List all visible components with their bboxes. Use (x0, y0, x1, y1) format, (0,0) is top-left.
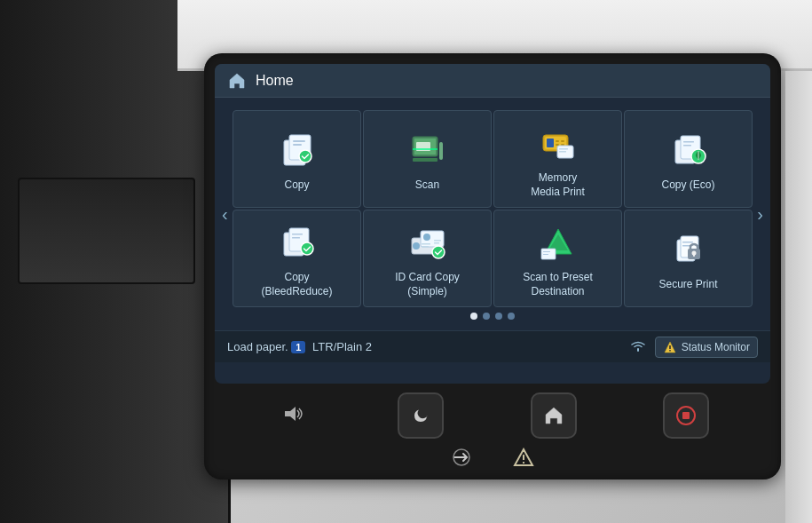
bleedreduce-icon (274, 219, 320, 265)
scan-preset-label: Scan to Preset Destination (523, 271, 593, 298)
svg-rect-34 (434, 240, 441, 242)
warning-button[interactable] (506, 444, 541, 475)
grid-cell-copy[interactable]: Copy (233, 110, 361, 208)
svg-rect-43 (543, 251, 550, 252)
memory-label: Memory Media Print (531, 171, 585, 199)
svg-point-36 (413, 242, 420, 250)
grid-cell-secure[interactable]: Secure Print (624, 210, 753, 307)
forward-button[interactable] (444, 445, 479, 474)
status-monitor-label: Status Monitor (682, 341, 750, 353)
screen-title: Home (256, 73, 294, 89)
status-text: Load paper. 1 LTR/Plain 2 (227, 340, 612, 353)
grid-cell-scan-preset[interactable]: Scan to Preset Destination (493, 210, 622, 307)
grid-cell-scan[interactable]: Scan (363, 110, 492, 208)
svg-rect-61 (523, 455, 524, 460)
tray-badge: 1 (291, 341, 305, 353)
svg-marker-55 (285, 407, 296, 421)
svg-rect-3 (293, 144, 302, 146)
idcard-icon (405, 219, 451, 265)
svg-rect-7 (413, 158, 438, 162)
svg-rect-47 (682, 242, 693, 243)
svg-rect-10 (439, 142, 443, 160)
printer-right-panel (785, 71, 812, 523)
home-button[interactable] (531, 392, 577, 439)
bleedreduce-label: Copy (BleedReduce) (261, 271, 332, 298)
nav-arrow-right[interactable]: › (753, 201, 767, 228)
svg-rect-20 (559, 151, 566, 153)
load-paper-text: Load paper. (227, 340, 288, 353)
grid-cell-memory[interactable]: Memory Media Print (493, 110, 622, 208)
wifi-icon (628, 338, 648, 355)
physical-buttons-row (215, 384, 770, 442)
svg-rect-51 (693, 253, 695, 257)
page-dot-4 (508, 313, 515, 320)
printer-left-panel (0, 0, 231, 523)
svg-rect-14 (556, 140, 559, 142)
screen-header: Home (215, 64, 770, 98)
svg-rect-53 (669, 345, 671, 349)
copy-eco-label: Copy (Eco) (661, 178, 714, 193)
svg-rect-23 (683, 141, 694, 143)
icon-grid: Copy (233, 110, 753, 307)
svg-rect-54 (669, 350, 671, 352)
svg-rect-13 (547, 139, 554, 147)
svg-rect-44 (543, 254, 548, 255)
grid-cell-bleedreduce[interactable]: Copy (BleedReduce) (233, 210, 361, 307)
svg-rect-37 (422, 243, 430, 245)
paper-tray (18, 178, 195, 284)
speaker-button[interactable] (276, 398, 311, 434)
touchscreen[interactable]: Home ‹ › (215, 64, 770, 384)
page-dot-1 (470, 313, 477, 320)
sleep-button[interactable] (398, 392, 444, 439)
grid-cell-idcard[interactable]: ID Card Copy (Simple) (363, 210, 492, 307)
svg-rect-48 (682, 245, 690, 247)
nav-buttons-row (215, 442, 770, 480)
control-panel: Home ‹ › (204, 53, 781, 479)
svg-point-30 (301, 242, 313, 255)
scan-label: Scan (415, 178, 439, 193)
status-monitor-button[interactable]: Status Monitor (655, 337, 758, 358)
svg-rect-28 (292, 234, 303, 235)
svg-rect-62 (523, 462, 524, 464)
secure-print-label: Secure Print (658, 278, 717, 292)
memory-icon (535, 120, 581, 166)
svg-rect-24 (683, 145, 691, 147)
svg-rect-9 (413, 148, 438, 150)
idcard-label: ID Card Copy (Simple) (395, 271, 460, 298)
nav-arrow-left[interactable]: ‹ (218, 201, 232, 228)
scan-icon (405, 127, 451, 173)
copy-eco-icon (666, 127, 712, 173)
printer-body: Home ‹ › (0, 0, 812, 523)
app-grid: Copy (215, 103, 770, 325)
svg-rect-29 (292, 237, 300, 239)
svg-rect-2 (293, 140, 305, 142)
copy-label: Copy (284, 178, 309, 193)
svg-rect-57 (682, 412, 690, 419)
svg-rect-38 (422, 246, 429, 248)
svg-rect-19 (559, 148, 568, 150)
stop-button[interactable] (663, 392, 709, 439)
svg-point-4 (299, 150, 311, 162)
secure-icon (666, 226, 712, 273)
svg-point-33 (423, 234, 430, 241)
svg-point-39 (432, 246, 445, 258)
home-icon-header (227, 71, 247, 91)
svg-rect-16 (561, 140, 564, 142)
scan-preset-icon (535, 219, 581, 265)
status-bar: Load paper. 1 LTR/Plain 2 (215, 330, 770, 362)
paper-info: LTR/Plain 2 (312, 340, 372, 353)
page-dot-3 (495, 313, 502, 320)
grid-cell-copy-eco[interactable]: Copy (Eco) (624, 110, 753, 208)
copy-icon (274, 127, 320, 173)
page-dot-2 (483, 313, 490, 320)
page-indicators (233, 307, 753, 321)
svg-rect-35 (434, 242, 439, 244)
